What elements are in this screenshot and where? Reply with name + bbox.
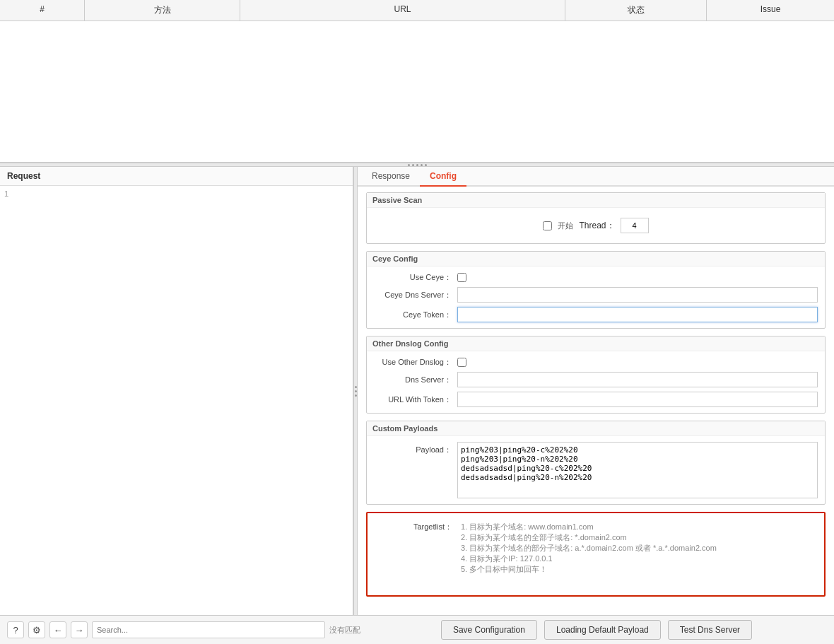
targetlist-label: Targetlist： <box>375 522 452 532</box>
resize-dot <box>425 164 427 166</box>
settings-button[interactable]: ⚙ <box>28 621 45 638</box>
custom-payloads-title: Custom Payloads <box>367 421 825 436</box>
other-dnslog-section: Other Dnslog Config Use Other Dnslog： Dn… <box>366 336 826 414</box>
other-dns-server-row: Dns Server： <box>374 372 818 387</box>
no-match-text: 没有匹配 <box>329 625 360 636</box>
other-dns-server-label: Dns Server： <box>374 375 452 385</box>
bottom-bar-left: ? ⚙ ← → 没有匹配 <box>7 621 360 638</box>
ceye-config-section: Ceye Config Use Ceye： Ceye Dns Server： C… <box>366 251 826 329</box>
forward-button[interactable]: → <box>71 621 88 638</box>
test-dns-server-button[interactable]: Test Dns Server <box>668 620 752 640</box>
url-with-token-input[interactable] <box>457 392 818 407</box>
passive-scan-section: Passive Scan 开始 Thread： <box>366 192 826 244</box>
request-line-number: 1 <box>4 189 8 198</box>
save-configuration-button[interactable]: Save Configuration <box>441 620 537 640</box>
passive-scan-checkbox[interactable] <box>543 221 552 230</box>
ceye-token-row: Ceye Token： <box>374 307 818 322</box>
passive-scan-label: 开始 <box>558 221 573 231</box>
targetlist-section: Targetlist： <box>366 512 826 597</box>
col-status: 状态 <box>565 0 707 21</box>
ceye-config-body: Use Ceye： Ceye Dns Server： Ceye Token： <box>367 267 825 328</box>
tab-config[interactable]: Config <box>420 167 466 187</box>
passive-scan-title: Passive Scan <box>367 193 825 208</box>
use-other-dnslog-checkbox[interactable] <box>457 358 466 367</box>
targetlist-row: Targetlist： <box>375 519 817 590</box>
ceye-token-label: Ceye Token： <box>374 310 452 320</box>
payload-textarea[interactable] <box>457 442 818 498</box>
use-ceye-row: Use Ceye： <box>374 272 818 283</box>
resize-dot <box>412 164 414 166</box>
table-header: # 方法 URL 状态 Issue <box>0 0 834 21</box>
tab-bar: Response Config <box>358 167 834 187</box>
request-panel: Request 1 <box>0 167 353 615</box>
config-content: Passive Scan 开始 Thread： Ceye Config Use … <box>358 187 834 615</box>
other-dnslog-title: Other Dnslog Config <box>367 336 825 351</box>
tab-response[interactable]: Response <box>362 167 420 187</box>
ceye-dns-server-input[interactable] <box>457 287 818 303</box>
request-panel-title: Request <box>0 167 353 186</box>
col-method: 方法 <box>85 0 240 21</box>
top-table-area: # 方法 URL 状态 Issue <box>0 0 834 163</box>
thread-input[interactable] <box>621 218 649 233</box>
request-content: 1 <box>0 186 353 615</box>
back-button[interactable]: ← <box>49 621 66 638</box>
resize-dot <box>416 164 418 166</box>
use-other-dnslog-label: Use Other Dnslog： <box>374 357 452 368</box>
other-dnslog-body: Use Other Dnslog： Dns Server： URL With T… <box>367 351 825 413</box>
url-with-token-row: URL With Token： <box>374 392 818 407</box>
col-hash: # <box>0 0 85 21</box>
search-input[interactable] <box>92 621 325 638</box>
help-button[interactable]: ? <box>7 621 24 638</box>
passive-scan-body: 开始 Thread： <box>367 208 825 243</box>
use-other-dnslog-row: Use Other Dnslog： <box>374 357 818 368</box>
col-url: URL <box>240 0 565 21</box>
payload-label: Payload： <box>374 445 452 455</box>
resize-dot <box>421 164 423 166</box>
bottom-bar: ? ⚙ ← → 没有匹配 Save Configuration Loading … <box>0 615 834 644</box>
url-with-token-label: URL With Token： <box>374 394 452 405</box>
targetlist-textarea[interactable] <box>458 519 817 590</box>
bottom-area: Request 1 Response Config Passive Scan 开… <box>0 167 834 615</box>
targetlist-body: Targetlist： <box>368 513 824 595</box>
custom-payloads-body: Payload： <box>367 436 825 504</box>
payload-row: Payload： <box>374 442 818 498</box>
use-ceye-label: Use Ceye： <box>374 272 452 283</box>
other-dns-server-input[interactable] <box>457 372 818 387</box>
loading-default-payload-button[interactable]: Loading Default Payload <box>544 620 661 640</box>
use-ceye-checkbox[interactable] <box>457 273 466 282</box>
dns-server-row: Ceye Dns Server： <box>374 287 818 303</box>
ceye-config-title: Ceye Config <box>367 252 825 267</box>
table-body <box>0 21 834 162</box>
col-issue: Issue <box>707 0 834 21</box>
passive-scan-row: 开始 Thread： <box>374 213 818 238</box>
thread-label: Thread： <box>579 220 614 232</box>
dns-server-label: Ceye Dns Server： <box>374 290 452 300</box>
bottom-bar-right: Save Configuration Loading Default Paylo… <box>366 620 827 640</box>
resize-dot <box>408 164 410 166</box>
right-panel: Response Config Passive Scan 开始 Thread： <box>358 167 834 615</box>
ceye-token-input[interactable] <box>457 307 818 322</box>
custom-payloads-section: Custom Payloads Payload： <box>366 421 826 505</box>
